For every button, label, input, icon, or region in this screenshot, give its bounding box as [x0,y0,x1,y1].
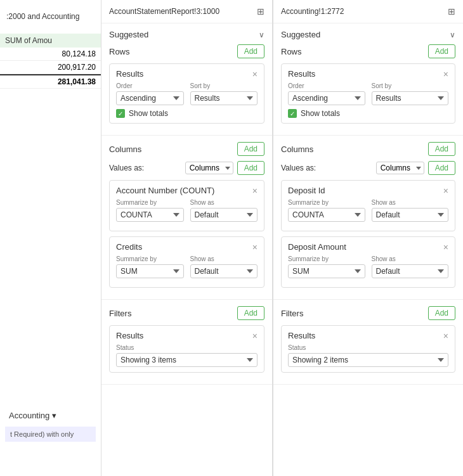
columns-section-left: Columns Add Values as: Columns Rows Add [101,136,272,300]
show-as-group-deposit-id: Show as Default Percent [372,199,449,222]
credits-header: Credits × [116,242,258,252]
deposit-id-card: Deposit Id × Summarize by COUNTA SUM COU… [281,180,455,231]
filters-add-button-left[interactable]: Add [237,306,264,320]
summarize-group-account: Summarize by COUNTA SUM COUNT [116,199,184,222]
deposit-amount-form-row: Summarize by SUM COUNTA COUNT Show as De… [288,255,448,278]
values-as-row-left: Values as: Columns Rows Add [109,161,264,175]
values-as-select-right[interactable]: Columns Rows [376,162,424,174]
sort-by-select-left[interactable]: Results Name [190,91,258,105]
summarize-label-deposit-amount: Summarize by [288,255,365,262]
order-select-right[interactable]: Ascending Descending [288,91,365,105]
filter-results-title-left: Results [116,331,143,340]
order-select-left[interactable]: Ascending Descending [116,91,184,105]
summarize-select-deposit-amount[interactable]: SUM COUNTA COUNT [288,264,365,278]
show-totals-row-left: ✓ Show totals [116,109,258,118]
filters-row-left: Filters Add [109,306,264,320]
summarize-group-deposit-amount: Summarize by SUM COUNTA COUNT [288,255,365,278]
sort-by-group-right: Sort by Results Name [372,82,449,105]
sidebar-bottom: Accounting ▾ t Required) with only [0,403,101,451]
deposit-id-header: Deposit Id × [288,186,448,195]
row-value-2: 200,917.20 [58,63,96,72]
credits-card: Credits × Summarize by SUM COUNTA COUNT [109,236,264,288]
show-as-select-deposit-amount[interactable]: Default Percent [372,264,449,278]
table-total-row: 281,041.38 [0,74,101,89]
credits-title: Credits [116,242,142,252]
rows-add-button-left[interactable]: Add [237,44,264,58]
chevron-icon-right[interactable]: ∨ [450,30,455,39]
show-as-select-account[interactable]: Default Percent [190,208,258,222]
values-add-button-left[interactable]: Add [237,161,264,175]
deposit-amount-card: Deposit Amount × Summarize by SUM COUNTA… [281,236,455,288]
note-content: t Required) with only [10,430,74,438]
values-select-wrap-right: Columns Rows Add [376,161,455,175]
order-sort-row-right: Order Ascending Descending Sort by Resul… [288,82,448,105]
order-label-left: Order [116,82,184,89]
columns-section-right: Columns Add Values as: Columns Rows Add [273,136,463,300]
show-as-group-account: Show as Default Percent [190,199,258,222]
status-select-right[interactable]: Showing 2 items [288,353,448,367]
summarize-group-credits: Summarize by SUM COUNTA COUNT [116,255,184,278]
filter-results-header-right: Results × [288,331,448,340]
values-as-label-left: Values as: [109,164,144,172]
deposit-id-form-row: Summarize by COUNTA SUM COUNT Show as De… [288,199,448,222]
status-label-left: Status [116,344,258,351]
grid-icon-right: ⊞ [448,6,455,16]
filters-label-right: Filters [281,309,303,318]
close-icon-filter-left[interactable]: × [252,331,258,340]
accounting-button[interactable]: Accounting ▾ [5,408,96,423]
results-card-header-left: Results × [116,69,258,79]
filters-row-right: Filters Add [281,306,455,320]
columns-add-button-left[interactable]: Add [237,142,264,156]
filter-results-title-right: Results [288,331,315,340]
summarize-select-deposit-id[interactable]: COUNTA SUM COUNT [288,208,365,222]
config-panel-right: Accounting!1:2772 ⊞ Suggested ∨ Rows Add… [273,0,463,476]
account-number-header: Account Number (COUNT) × [116,186,258,195]
summarize-label-account: Summarize by [116,199,184,206]
main-area: AccountStatementReport!3:1000 ⊞ Suggeste… [101,0,463,476]
close-icon-deposit-id[interactable]: × [443,186,448,195]
close-icon-account[interactable]: × [252,186,258,195]
filter-results-card-right: Results × Status Showing 2 items [281,325,455,373]
sort-by-label-right: Sort by [372,82,449,89]
left-sidebar: :2000 and Accounting SUM of Amou 80,124.… [0,0,101,476]
status-select-left[interactable]: Showing 3 items [116,353,258,367]
panel-header-right: Accounting!1:2772 ⊞ [273,0,463,23]
summarize-select-credits[interactable]: SUM COUNTA COUNT [116,264,184,278]
show-totals-checkbox-left[interactable]: ✓ [116,109,125,118]
rows-add-button-right[interactable]: Add [428,44,455,58]
sort-by-select-right[interactable]: Results Name [372,91,449,105]
sort-by-label-left: Sort by [190,82,258,89]
show-as-select-credits[interactable]: Default Percent [190,264,258,278]
suggested-header-left: Suggested ∨ [109,30,264,39]
close-icon-left[interactable]: × [252,70,258,79]
chevron-icon-left[interactable]: ∨ [259,30,264,39]
values-as-row-right: Values as: Columns Rows Add [281,161,455,175]
chevron-down-icon: ▾ [52,411,56,420]
close-icon-deposit-amount[interactable]: × [443,243,448,252]
show-totals-checkbox-right[interactable]: ✓ [288,109,297,118]
suggested-title-left: Suggested [109,30,148,39]
show-totals-label-left: Show totals [129,109,168,118]
results-card-left: Results × Order Ascending Descending [109,63,264,124]
filters-add-button-right[interactable]: Add [428,306,455,320]
close-icon-right[interactable]: × [443,70,448,79]
close-icon-credits[interactable]: × [252,243,258,252]
row-value-1: 80,124.18 [62,49,96,58]
columns-label-right: Columns [281,145,313,154]
sheet-name-right: Accounting!1:2772 [281,7,344,16]
summarize-select-account[interactable]: COUNTA SUM COUNT [116,208,184,222]
account-form-row: Summarize by COUNTA SUM COUNT Show as De… [116,199,258,222]
table-row: 200,917.20 [0,61,101,74]
account-number-card: Account Number (COUNT) × Summarize by CO… [109,180,264,231]
show-as-select-deposit-id[interactable]: Default Percent [372,208,449,222]
suggested-title-right: Suggested [281,30,320,39]
show-totals-label-right: Show totals [301,109,340,118]
values-add-button-right[interactable]: Add [428,161,455,175]
values-as-select-left[interactable]: Columns Rows [185,162,233,174]
accounting-label: Accounting [9,411,49,420]
panel-header-left: AccountStatementReport!3:1000 ⊞ [101,0,272,23]
results-title-right: Results [288,69,315,79]
filters-label-left: Filters [109,309,131,318]
columns-add-button-right[interactable]: Add [428,142,455,156]
close-icon-filter-right[interactable]: × [443,331,448,340]
